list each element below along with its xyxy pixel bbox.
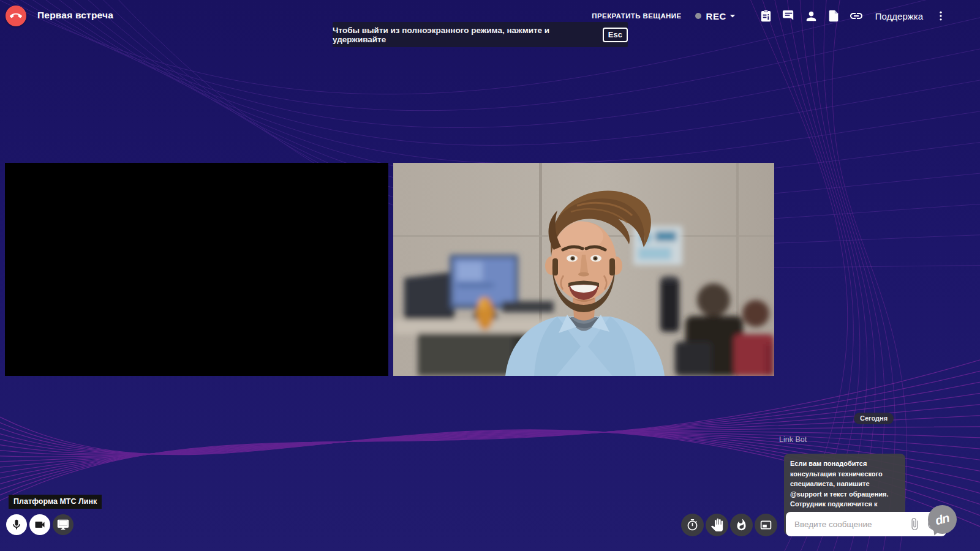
media-controls [6,514,74,535]
chat-button[interactable] [781,9,796,23]
header-actions: ПРЕКРАТИТЬ ВЕЩАНИЕ REC [592,0,952,32]
meeting-title: Первая встреча [37,10,113,21]
agenda-clipboard-icon [759,9,773,23]
recording-control[interactable]: REC [695,10,739,22]
agenda-button[interactable] [758,9,773,23]
screen-share-icon [57,519,69,531]
video-tile-participant[interactable] [393,163,774,376]
participants-button[interactable] [804,9,818,23]
timer-button[interactable] [681,514,704,536]
files-document-icon [827,9,840,23]
participant-video-frame [393,163,774,376]
timer-icon [686,519,699,531]
esc-key-badge: Esc [603,28,628,42]
microphone-icon [10,519,23,531]
picture-in-picture-button[interactable] [755,514,777,536]
fire-reaction-button[interactable] [730,514,753,536]
chat-input-container: dn [786,512,946,536]
brand-logo-bubble: dn [928,505,957,534]
link-chain-icon [849,9,864,23]
video-tile-left-black[interactable] [5,163,388,376]
platform-tooltip: Платформа МТС Линк [9,495,102,509]
microphone-button[interactable] [6,514,27,535]
kebab-menu-icon [935,10,947,22]
participants-person-icon [804,9,818,23]
raise-hand-button[interactable] [706,514,728,536]
rec-label: REC [706,11,726,21]
fire-icon [735,519,748,531]
copy-link-button[interactable] [849,9,864,23]
stop-broadcast-button[interactable]: ПРЕКРАТИТЬ ВЕЩАНИЕ [592,12,681,20]
caret-down-icon [726,10,739,22]
camera-icon [34,519,46,531]
support-button[interactable]: Поддержка [875,11,923,21]
chat-message-input[interactable] [793,519,902,530]
attach-file-icon[interactable] [908,517,921,531]
hangup-call-button[interactable] [6,6,26,26]
chat-bubble-icon [782,9,796,23]
fullscreen-exit-notification: Чтобы выйти из полноэкранного режима, на… [333,22,628,47]
screen-share-button[interactable] [53,514,74,535]
picture-in-picture-icon [760,519,772,531]
camera-button[interactable] [29,514,50,535]
files-button[interactable] [826,9,841,23]
engagement-controls [681,514,777,536]
rec-status-dot [695,13,701,19]
chat-date-badge: Сегодня [854,413,894,424]
hangup-phone-icon [10,10,22,22]
brand-logo-text: dn [934,511,951,528]
chat-sender-name: Link Bot [779,435,807,444]
more-menu-button[interactable] [933,9,948,23]
raise-hand-icon [710,519,723,531]
fullscreen-exit-text: Чтобы выйти из полноэкранного режима, на… [333,26,597,44]
